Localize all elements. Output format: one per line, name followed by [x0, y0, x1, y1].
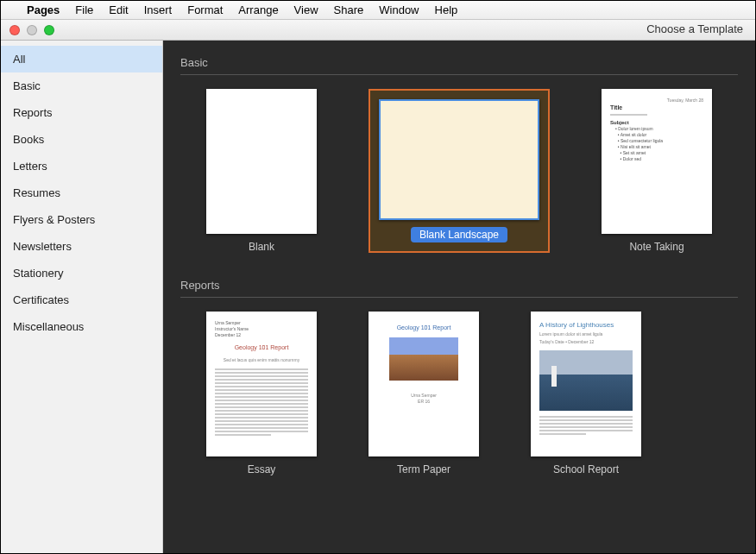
template-gallery[interactable]: Basic Blank Blank Landscape Tuesday, Mar… [163, 41, 755, 553]
section-header-basic: Basic [180, 51, 738, 75]
menu-file[interactable]: File [75, 3, 93, 16]
template-thumbnail: Geology 101 Report Urna Semper ER 16 [369, 312, 479, 456]
template-essay[interactable]: Urna SemperInstructor's NameDecember 12 … [206, 312, 317, 475]
template-blank-landscape[interactable]: Blank Landscape [369, 89, 550, 253]
sidebar-item-resumes[interactable]: Resumes [1, 179, 162, 206]
menu-help[interactable]: Help [435, 3, 458, 16]
menu-edit[interactable]: Edit [109, 3, 128, 16]
template-label: Term Paper [397, 463, 450, 475]
sidebar-item-reports[interactable]: Reports [1, 99, 162, 126]
template-label: Blank [249, 241, 274, 253]
menu-insert[interactable]: Insert [144, 3, 173, 16]
template-label: Note Taking [629, 241, 684, 253]
sidebar-item-all[interactable]: All [1, 46, 162, 72]
sidebar-item-newsletters[interactable]: Newsletters [1, 233, 162, 260]
template-thumbnail [379, 99, 539, 220]
sidebar-item-books[interactable]: Books [1, 126, 162, 153]
window-titlebar: Choose a Template [1, 20, 755, 41]
menu-share[interactable]: Share [334, 3, 364, 16]
template-thumbnail: A History of Lighthouses Lorem ipsum dol… [531, 312, 641, 456]
minimize-window-button[interactable] [27, 25, 37, 35]
template-row-basic: Blank Blank Landscape Tuesday, March 28 … [180, 89, 738, 253]
sidebar-item-certificates[interactable]: Certificates [1, 286, 162, 313]
macos-menubar: Pages File Edit Insert Format Arrange Vi… [1, 1, 755, 20]
sidebar-item-letters[interactable]: Letters [1, 153, 162, 179]
template-label: Essay [248, 463, 276, 475]
template-blank[interactable]: Blank [206, 89, 317, 253]
traffic-lights [9, 25, 54, 35]
template-label-selected: Blank Landscape [411, 227, 507, 242]
content-split: All Basic Reports Books Letters Resumes … [1, 41, 755, 553]
sidebar-item-miscellaneous[interactable]: Miscellaneous [1, 313, 162, 340]
template-school-report[interactable]: A History of Lighthouses Lorem ipsum dol… [531, 312, 641, 475]
sidebar-item-stationery[interactable]: Stationery [1, 260, 162, 286]
template-note-taking[interactable]: Tuesday, March 28 Title Subject • Dolor … [602, 89, 712, 253]
template-term-paper[interactable]: Geology 101 Report Urna Semper ER 16 Ter… [369, 312, 479, 475]
window-title: Choose a Template [646, 22, 743, 35]
template-label: School Report [553, 463, 619, 475]
section-header-reports: Reports [180, 274, 738, 298]
zoom-window-button[interactable] [44, 25, 54, 35]
sidebar-item-flyers-posters[interactable]: Flyers & Posters [1, 206, 162, 233]
menu-window[interactable]: Window [379, 3, 419, 16]
category-sidebar: All Basic Reports Books Letters Resumes … [1, 41, 163, 553]
template-thumbnail: Urna SemperInstructor's NameDecember 12 … [206, 312, 317, 456]
menu-arrange[interactable]: Arrange [238, 3, 278, 16]
menu-format[interactable]: Format [187, 3, 223, 16]
app-menu[interactable]: Pages [27, 3, 60, 16]
menu-view[interactable]: View [294, 3, 318, 16]
close-window-button[interactable] [9, 25, 20, 35]
template-thumbnail [206, 89, 317, 234]
template-thumbnail: Tuesday, March 28 Title Subject • Dolor … [602, 89, 712, 234]
sidebar-item-basic[interactable]: Basic [1, 72, 162, 99]
template-row-reports: Urna SemperInstructor's NameDecember 12 … [180, 312, 738, 475]
